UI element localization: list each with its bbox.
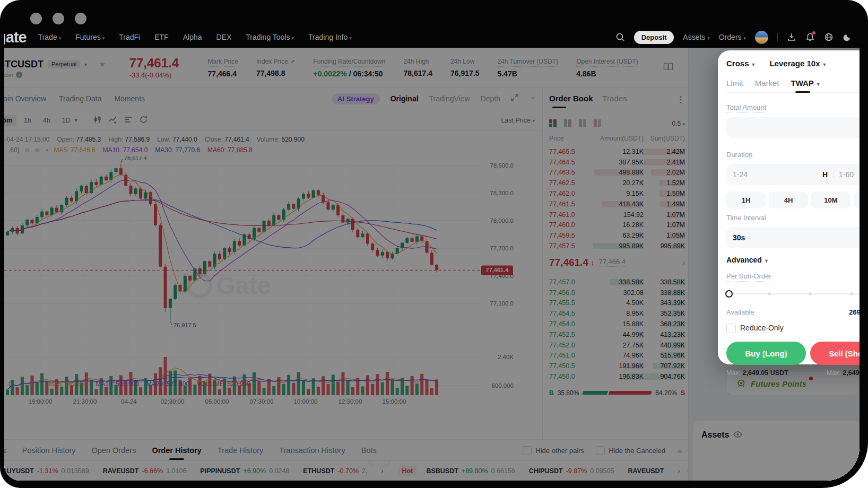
gate-logo[interactable]: gate <box>4 28 27 47</box>
ask-row[interactable]: 77,462.520.27K1.52M <box>549 178 685 188</box>
timeframe-1h[interactable]: 1h <box>20 115 36 126</box>
order-book-tab-trades[interactable]: Trades <box>603 94 627 105</box>
duration-preset-4h[interactable]: 4H <box>769 191 808 208</box>
orders-tab-open-orders[interactable]: Open Orders <box>92 441 136 460</box>
bid-row[interactable]: 77,455.54.50K343.39K <box>549 298 685 309</box>
chart-mode-tradingview[interactable]: TradingView <box>429 94 470 103</box>
indicator-settings-icon[interactable]: ⊚ <box>35 147 40 154</box>
chevron-right-icon[interactable]: › <box>682 258 685 267</box>
chart-settings-icon[interactable] <box>124 116 132 126</box>
last-trade-row[interactable]: 77,461.4 ↓ 77,466.4 › <box>549 252 685 273</box>
close-icon[interactable]: × <box>40 381 43 387</box>
indicators-icon[interactable] <box>109 116 117 126</box>
candlestick-chart[interactable]: Gate78,617.476,917.578,600.078,300.078,0… <box>4 156 538 408</box>
ticker-item-raveusdt[interactable]: RAVEUSDT <box>628 467 664 475</box>
ask-row[interactable]: 77,465.512.31K2.42M <box>549 146 685 157</box>
ask-row[interactable]: 77,460.016.28K1.07M <box>549 220 685 231</box>
ask-row[interactable]: 77,457.5995.89K995.89K <box>549 241 685 251</box>
nav-item-etf[interactable]: ETF <box>154 33 168 41</box>
bid-row[interactable]: 77,451.074.96K515.96K <box>549 351 685 361</box>
ticker-item-raveusdt[interactable]: RAVEUSDT-6.66%1.0106 <box>103 467 187 475</box>
nav-item-trade[interactable]: Trade▾ <box>38 33 62 41</box>
chevron-down-icon[interactable]: ▾ <box>84 62 87 67</box>
ticker-item-chillguyusdt[interactable]: CHILLGUYUSDT-1.31%0.013589 <box>4 467 89 475</box>
ask-row[interactable]: 77,461.5418.43K1.49M <box>549 199 685 210</box>
depth-mode-buy-icon[interactable] <box>564 119 571 127</box>
nav-item-tradfi[interactable]: TradFi <box>119 33 140 41</box>
kebab-menu-icon[interactable]: ⋮ <box>676 94 685 104</box>
orders-tab-bots[interactable]: Bots <box>361 441 377 460</box>
time-interval-input[interactable]: 30s <box>726 227 860 248</box>
duration-preset-10m[interactable]: 10M <box>811 191 850 208</box>
close-icon[interactable]: × <box>45 147 48 153</box>
window-zoom-button[interactable] <box>75 13 86 24</box>
orders-tab-trade-history[interactable]: Trade History <box>218 441 263 460</box>
tick-size-selector[interactable]: 0.5 ▾ <box>672 120 685 127</box>
bid-row[interactable]: 77,457.0338.58K338.58K <box>549 277 685 287</box>
panel-drag-handle-icon[interactable]: ≣ <box>677 447 683 455</box>
bid-row[interactable]: 77,454.58.95K352.35K <box>549 308 685 319</box>
search-icon[interactable] <box>615 32 625 42</box>
advanced-toggle[interactable]: Advanced▼ <box>726 256 860 264</box>
depth-mode-both-icon[interactable] <box>549 119 557 127</box>
chart-tab-trading-data[interactable]: Trading Data <box>59 94 101 103</box>
order-type-market[interactable]: Market <box>755 79 779 88</box>
bid-row[interactable]: 77,450.0196.83K904.76K <box>549 371 685 382</box>
language-globe-icon[interactable] <box>824 32 834 42</box>
theme-moon-icon[interactable] <box>843 32 852 42</box>
info-icon[interactable]: i <box>16 72 22 78</box>
timeframe-1D[interactable]: 1D <box>58 115 75 126</box>
slider-dot[interactable] <box>768 292 771 295</box>
tutorial-book-icon[interactable] <box>663 63 673 73</box>
collapse-handle[interactable] <box>369 460 389 466</box>
orders-tab-transaction-history[interactable]: Transaction History <box>279 441 345 460</box>
favorite-star-icon[interactable]: ★ <box>99 59 106 69</box>
window-minimize-button[interactable] <box>53 13 64 24</box>
ask-row[interactable]: 77,462.09.15K1.50M <box>549 188 685 199</box>
ticker-item-ethusdt[interactable]: ETHUSDT-0.70%2, <box>303 467 367 475</box>
ticker-item-chipusdt[interactable]: CHIPUSDT-9.87%0.09505 <box>529 467 614 475</box>
candle-style-icon[interactable] <box>93 116 101 126</box>
contract-symbol[interactable]: BTCUSDT <box>4 59 44 70</box>
nav-item-futures[interactable]: Futures▾ <box>75 33 105 41</box>
total-amount-input[interactable]: USDT <box>726 117 860 138</box>
sell-short-button[interactable]: Sell (Short) <box>810 342 860 365</box>
ask-row[interactable]: 77,459.563.29K1.05M <box>549 230 685 241</box>
ai-strategy-button[interactable]: AI Strategy <box>332 93 380 104</box>
window-close-button[interactable] <box>30 13 42 24</box>
fullscreen-expand-icon[interactable] <box>511 94 518 103</box>
notifications-bell-icon[interactable] <box>805 32 815 42</box>
bid-row[interactable]: 77,454.015.88K368.23K <box>549 319 685 329</box>
slider-dot[interactable] <box>809 292 812 295</box>
duration-input[interactable]: 1-24 H 1-60 <box>726 164 860 185</box>
eye-icon[interactable]: ⊙ <box>20 381 24 388</box>
reduce-only-checkbox[interactable]: Reduce-Only <box>726 324 860 333</box>
duration-preset-30m[interactable]: 30M <box>854 191 860 208</box>
indicator-settings-icon[interactable]: ⊚ <box>30 381 34 388</box>
nav-item-alpha[interactable]: Alpha <box>183 33 202 41</box>
order-type-limit[interactable]: Limit <box>726 79 743 88</box>
more-dots-icon[interactable]: ••• <box>687 467 688 475</box>
hot-badge[interactable]: Hot <box>398 466 417 476</box>
bid-row[interactable]: 77,450.5191.96K707.92K <box>549 361 685 371</box>
chart-mode-original[interactable]: Original <box>390 94 419 103</box>
depth-mode-sell-icon[interactable] <box>579 119 586 127</box>
chart-mode-depth[interactable]: Depth <box>481 94 500 103</box>
duration-preset-1h[interactable]: 1H <box>726 191 766 208</box>
nav-item-trading-info[interactable]: Trading Info▾ <box>308 33 352 41</box>
eye-icon[interactable] <box>733 430 742 440</box>
chart-tab-coin-overview[interactable]: Coin Overview <box>4 94 46 103</box>
bid-row[interactable]: 77,452.544.99K413.23K <box>549 329 685 340</box>
deposit-button[interactable]: Deposit <box>634 31 674 44</box>
depth-mode-cumulative-icon[interactable] <box>594 119 601 127</box>
download-app-icon[interactable] <box>787 32 796 42</box>
ask-row[interactable]: 77,463.5498.88K2.02M <box>549 168 685 178</box>
ask-row[interactable]: 77,461.0154.921.07M <box>549 210 685 220</box>
buy-long-button[interactable]: Buy (Long) <box>726 342 806 365</box>
leverage-selector[interactable]: Leverage 10x▼ <box>769 59 827 68</box>
order-book-tab-order-book[interactable]: Order Book <box>549 94 593 105</box>
margin-mode-selector[interactable]: Cross▼ <box>726 59 756 68</box>
slider-knob[interactable] <box>725 290 733 298</box>
orders-tab-position-history[interactable]: Position History <box>22 441 76 460</box>
panel-drag-handle-icon[interactable]: ≡ <box>531 95 535 102</box>
